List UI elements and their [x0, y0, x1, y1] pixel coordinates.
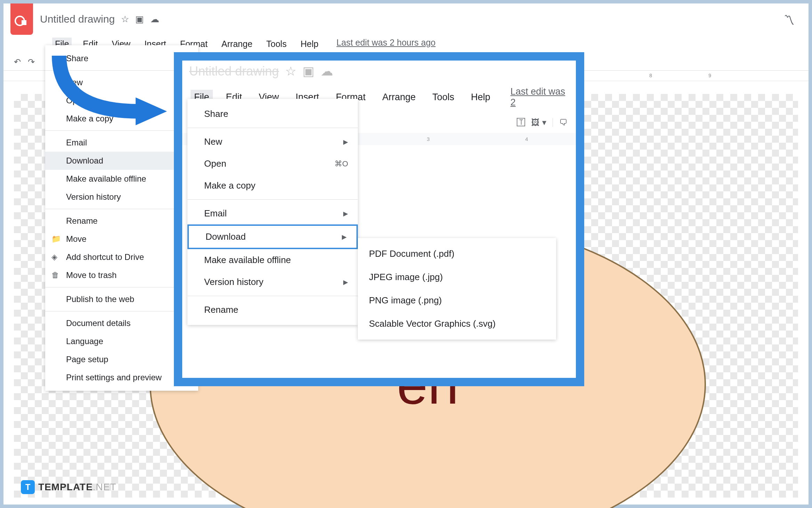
download-pdf[interactable]: PDF Document (.pdf): [358, 242, 556, 265]
zoom-menu-item-offline[interactable]: Make available offline: [187, 249, 358, 271]
zoom-menu-item-rename[interactable]: Rename: [187, 299, 358, 321]
callout-arrow-icon: [49, 49, 174, 139]
download-jpeg[interactable]: JPEG image (.jpg): [358, 265, 556, 289]
ruler-tick: 9: [708, 73, 711, 78]
textbox-icon[interactable]: 🅃: [517, 118, 525, 127]
zoom-menu-item-version-history[interactable]: Version history▶: [187, 271, 358, 293]
zoom-file-dropdown: Share New▶ Open⌘O Make a copy Email▶ Dow…: [187, 99, 358, 325]
chevron-right-icon: ▶: [343, 210, 348, 217]
menu-help[interactable]: Help: [298, 38, 321, 50]
menu-divider: [187, 296, 358, 296]
ruler-tick: 4: [525, 136, 528, 142]
trash-icon: 🗑: [51, 271, 59, 280]
google-drawings-logo[interactable]: [10, 3, 33, 35]
drive-shortcut-icon: ◈: [51, 253, 57, 262]
watermark-brand: TEMPLATE: [38, 482, 93, 492]
cloud-status-icon: ☁: [321, 64, 333, 79]
move-folder-icon[interactable]: ▣: [135, 14, 144, 25]
menu-tools[interactable]: Tools: [264, 38, 289, 50]
zoom-last-edit-link[interactable]: Last edit was 2: [510, 86, 568, 108]
toolbar-separator: [553, 118, 553, 127]
menu-divider: [187, 128, 358, 128]
activity-icon[interactable]: 〽: [783, 14, 795, 27]
folder-move-icon: 📁: [51, 235, 61, 244]
zoom-menu-item-open[interactable]: Open⌘O: [187, 153, 358, 175]
zoom-menu-item-new[interactable]: New▶: [187, 131, 358, 153]
move-folder-icon[interactable]: ▣: [303, 64, 314, 79]
zoom-menu-arrange[interactable]: Arrange: [379, 90, 419, 105]
cloud-status-icon: ☁: [150, 14, 159, 25]
download-submenu: PDF Document (.pdf) JPEG image (.jpg) PN…: [358, 238, 556, 340]
download-svg[interactable]: Scalable Vector Graphics (.svg): [358, 312, 556, 335]
undo-icon[interactable]: ↶: [14, 57, 21, 67]
zoom-doc-title: Untitled drawing: [189, 64, 279, 79]
zoom-menu-tools[interactable]: Tools: [429, 90, 458, 105]
last-edit-link[interactable]: Last edit was 2 hours ago: [337, 38, 436, 50]
menu-arrange[interactable]: Arrange: [219, 38, 255, 50]
chevron-right-icon: ▶: [342, 233, 347, 241]
watermark: T TEMPLATE.NET: [21, 480, 116, 494]
document-title[interactable]: Untitled drawing: [40, 13, 115, 25]
keyboard-shortcut: ⌘O: [335, 159, 348, 168]
ruler-tick: 3: [427, 136, 429, 142]
zoom-menu-item-download[interactable]: Download▶: [187, 224, 358, 249]
zoom-menu-help[interactable]: Help: [467, 90, 494, 105]
zoom-callout-panel: Untitled drawing ☆ ▣ ☁ File Edit View In…: [174, 52, 584, 386]
redo-icon[interactable]: ↷: [28, 57, 35, 67]
comment-icon[interactable]: 🗨: [559, 118, 568, 127]
chevron-right-icon: ▶: [343, 278, 348, 286]
zoom-menu-item-share[interactable]: Share: [187, 103, 358, 125]
star-icon[interactable]: ☆: [285, 64, 296, 79]
watermark-suffix: .NET: [93, 482, 116, 492]
download-png[interactable]: PNG image (.png): [358, 289, 556, 312]
menu-divider: [187, 199, 358, 200]
zoom-menu-item-make-copy[interactable]: Make a copy: [187, 175, 358, 197]
image-icon[interactable]: 🖼 ▾: [531, 118, 546, 127]
ruler-tick: 8: [649, 73, 652, 78]
star-icon[interactable]: ☆: [121, 14, 129, 25]
chevron-right-icon: ▶: [343, 138, 348, 146]
zoom-menu-item-email[interactable]: Email▶: [187, 203, 358, 224]
app-header: Untitled drawing ☆ ▣ ☁ 〽: [3, 3, 809, 35]
template-logo-icon: T: [21, 480, 35, 494]
